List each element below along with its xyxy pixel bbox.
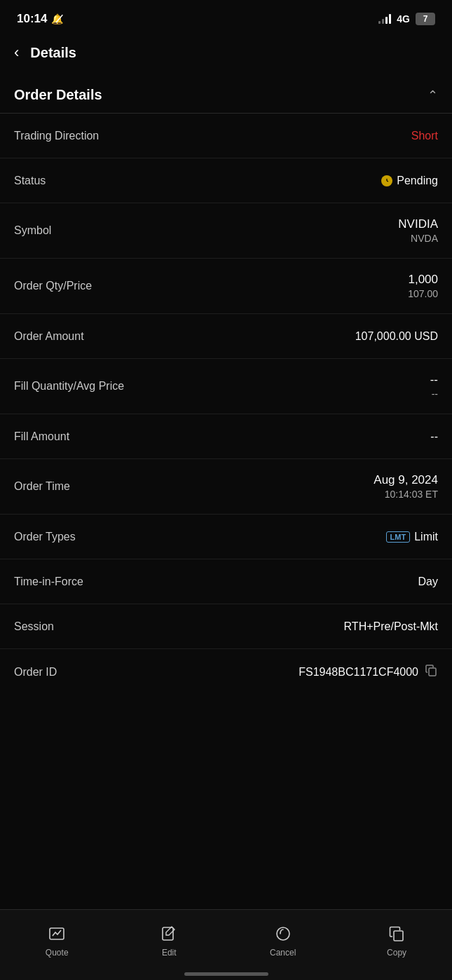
order-qty: 1,000 <box>408 273 438 287</box>
chevron-up-icon[interactable]: ⌃ <box>427 88 438 103</box>
row-trading-direction: Trading Direction Short <box>0 114 452 158</box>
fill-avg-price: -- <box>432 388 438 400</box>
notification-bell-icon: 🔔̸ <box>51 13 63 25</box>
value-time-in-force: Day <box>418 576 438 588</box>
svg-rect-3 <box>429 668 436 676</box>
toolbar-copy-label: Copy <box>387 948 406 958</box>
value-order-amount: 107,000.00 USD <box>355 330 438 343</box>
fill-qty: -- <box>430 373 438 387</box>
svg-rect-5 <box>163 927 173 940</box>
bottom-toolbar: Quote Edit Cancel Copy <box>0 909 452 980</box>
label-order-id: Order ID <box>14 666 57 679</box>
value-order-time: Aug 9, 2024 10:14:03 ET <box>374 473 438 500</box>
nav-header: ‹ Details <box>0 35 452 76</box>
order-date: Aug 9, 2024 <box>374 473 438 487</box>
copy-order-id-icon[interactable] <box>424 663 438 681</box>
value-fill-amount: -- <box>430 430 438 443</box>
lmt-badge: LMT <box>386 531 411 543</box>
value-fill-qty-avg-price: -- -- <box>430 373 438 400</box>
row-time-in-force: Time-in-Force Day <box>0 559 452 604</box>
row-fill-amount: Fill Amount -- <box>0 414 452 459</box>
toolbar-cancel-label: Cancel <box>270 948 296 958</box>
toolbar-quote-button[interactable]: Quote <box>32 918 83 963</box>
value-order-id-container: FS1948BC1171CF4000 <box>299 663 438 681</box>
pending-dot-icon <box>381 175 392 186</box>
row-order-time: Order Time Aug 9, 2024 10:14:03 ET <box>0 459 452 515</box>
row-order-qty-price: Order Qty/Price 1,000 107.00 <box>0 259 452 314</box>
label-time-in-force: Time-in-Force <box>14 576 83 588</box>
clock-icon <box>383 177 390 184</box>
cancel-icon <box>273 924 293 944</box>
value-session: RTH+Pre/Post-Mkt <box>344 620 438 633</box>
order-price: 107.00 <box>408 288 438 299</box>
quote-icon <box>47 924 67 944</box>
label-status: Status <box>14 175 46 187</box>
section-header: Order Details ⌃ <box>0 76 452 113</box>
network-type: 4G <box>397 13 410 25</box>
toolbar-edit-button[interactable]: Edit <box>145 918 193 963</box>
symbol-name: NVIDIA <box>398 217 438 231</box>
battery-indicator: 7 <box>416 13 435 25</box>
label-trading-direction: Trading Direction <box>14 130 99 142</box>
value-order-qty-price: 1,000 107.00 <box>408 273 438 299</box>
signal-bars-icon <box>378 14 391 24</box>
copy-icon <box>387 924 406 944</box>
edit-icon <box>159 924 179 944</box>
status-right: 4G 7 <box>378 13 435 25</box>
label-fill-amount: Fill Amount <box>14 430 69 443</box>
toolbar-copy-button[interactable]: Copy <box>373 918 420 963</box>
label-fill-qty-avg-price: Fill Quantity/Avg Price <box>14 380 124 393</box>
toolbar-edit-label: Edit <box>162 948 177 958</box>
row-session: Session RTH+Pre/Post-Mkt <box>0 604 452 649</box>
row-order-id: Order ID FS1948BC1171CF4000 <box>0 649 452 695</box>
value-order-types: LMT Limit <box>386 531 438 543</box>
value-symbol: NVIDIA NVDA <box>398 217 438 244</box>
label-order-time: Order Time <box>14 480 70 493</box>
row-order-types: Order Types LMT Limit <box>0 515 452 559</box>
pending-label: Pending <box>397 175 438 187</box>
status-time: 10:14 🔔̸ <box>17 12 63 26</box>
back-button[interactable]: ‹ <box>11 41 22 64</box>
section-title: Order Details <box>14 87 102 103</box>
nav-title: Details <box>30 45 76 61</box>
row-order-amount: Order Amount 107,000.00 USD <box>0 314 452 359</box>
row-symbol: Symbol NVIDIA NVDA <box>0 203 452 259</box>
symbol-ticker: NVDA <box>411 233 438 244</box>
toolbar-cancel-button[interactable]: Cancel <box>256 918 310 963</box>
label-order-qty-price: Order Qty/Price <box>14 280 92 292</box>
label-order-types: Order Types <box>14 531 76 543</box>
svg-rect-7 <box>394 931 403 941</box>
value-trading-direction: Short <box>411 130 438 142</box>
order-time-et: 10:14:03 ET <box>385 489 438 500</box>
toolbar-quote-label: Quote <box>46 948 69 958</box>
order-type-label: Limit <box>414 531 438 543</box>
value-status: Pending <box>381 175 438 187</box>
value-order-id: FS1948BC1171CF4000 <box>299 666 418 679</box>
home-indicator <box>184 972 268 976</box>
label-session: Session <box>14 620 54 633</box>
label-symbol: Symbol <box>14 224 51 237</box>
row-status: Status Pending <box>0 158 452 203</box>
content-area: Order Details ⌃ Trading Direction Short … <box>0 76 452 779</box>
row-fill-qty-avg-price: Fill Quantity/Avg Price -- -- <box>0 359 452 414</box>
label-order-amount: Order Amount <box>14 330 84 343</box>
status-bar: 10:14 🔔̸ 4G 7 <box>0 0 452 35</box>
